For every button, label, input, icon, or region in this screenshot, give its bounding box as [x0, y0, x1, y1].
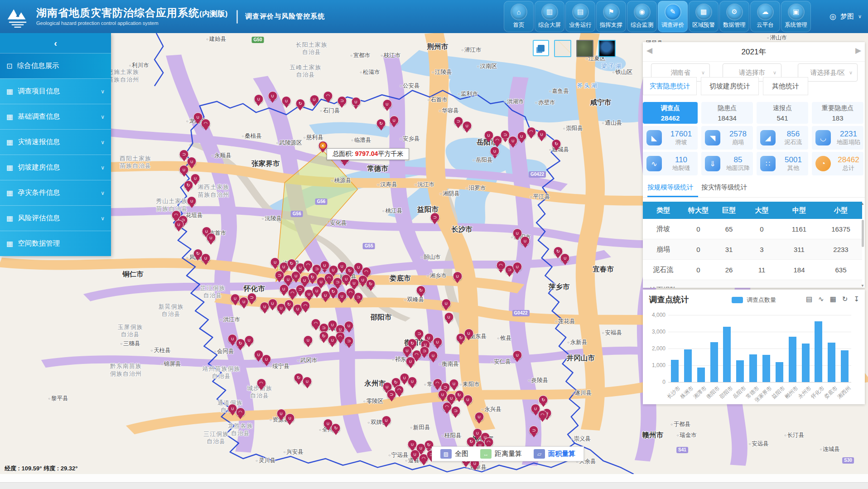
- type-card-地面沉降[interactable]: ⇓85地面沉降: [701, 152, 753, 175]
- hazard-marker[interactable]: ∪: [193, 112, 203, 122]
- hazard-marker[interactable]: ∪: [276, 409, 286, 418]
- hazard-marker[interactable]: ∪: [304, 335, 313, 345]
- tab-切坡建房统计[interactable]: 切坡建房统计: [701, 77, 759, 95]
- sidebar-item-基础调查信息[interactable]: ▦基础调查信息∨: [0, 104, 111, 129]
- hazard-marker[interactable]: ∪: [508, 136, 518, 145]
- hazard-marker[interactable]: ↻: [467, 437, 476, 446]
- year-prev-icon[interactable]: ◀: [646, 46, 652, 55]
- bar-娄底市[interactable]: [828, 343, 835, 382]
- hazard-marker[interactable]: ∪: [268, 91, 277, 101]
- tab-灾害隐患统计[interactable]: 灾害隐患统计: [643, 77, 697, 95]
- hazard-marker[interactable]: ∪: [429, 351, 438, 360]
- download-icon[interactable]: ↧: [854, 295, 859, 303]
- hazard-marker[interactable]: ↻: [287, 259, 296, 268]
- globe-basemap-thumbnail[interactable]: [598, 40, 616, 57]
- chevron-down-icon[interactable]: ∨: [101, 190, 105, 196]
- hazard-marker[interactable]: ∪: [282, 96, 291, 106]
- hazard-marker[interactable]: ∪: [531, 404, 540, 413]
- hazard-marker[interactable]: ⊃: [430, 213, 439, 222]
- bar-长沙市[interactable]: [671, 360, 679, 382]
- hazard-marker[interactable]: ◠: [526, 127, 536, 136]
- hazard-marker[interactable]: ∪: [382, 99, 392, 109]
- table-row[interactable]: 地面塌陷07593051752: [643, 280, 862, 288]
- summary-card-速报点[interactable]: 速报点541: [757, 102, 808, 124]
- hazard-marker[interactable]: ∪: [349, 278, 359, 288]
- nav-item-调查评价[interactable]: ✎调查评价: [658, 1, 688, 32]
- table-row[interactable]: 滑坡0650116116375: [643, 219, 862, 239]
- hazard-marker[interactable]: ∪: [262, 354, 271, 364]
- hazard-marker[interactable]: ∪: [453, 271, 462, 281]
- hazard-marker[interactable]: ∪: [344, 321, 354, 330]
- hazard-marker[interactable]: ↻: [236, 339, 245, 348]
- hazard-marker[interactable]: ∪: [512, 262, 522, 271]
- hazard-marker[interactable]: ⊃: [451, 406, 460, 416]
- hazard-marker[interactable]: ∪: [270, 257, 280, 267]
- hazard-marker[interactable]: ∪: [484, 131, 493, 140]
- hazard-marker[interactable]: ∪: [239, 297, 249, 306]
- subtab-按规模等级统计[interactable]: 按规模等级统计: [647, 183, 694, 192]
- eye-icon[interactable]: ◎: [829, 12, 836, 21]
- sidebar-item-风险评估信息[interactable]: ▦风险评估信息∨: [0, 205, 111, 231]
- hazard-marker[interactable]: ∪: [560, 253, 570, 263]
- data-view-icon[interactable]: ▤: [806, 295, 812, 303]
- bar-益阳市[interactable]: [776, 362, 783, 382]
- hazard-marker[interactable]: ◠: [484, 437, 493, 447]
- hazard-marker[interactable]: ⊃: [415, 329, 424, 339]
- hazard-marker[interactable]: ⊃: [453, 116, 463, 126]
- type-card-总计[interactable]: ◔28462总计: [812, 152, 863, 175]
- hazard-marker[interactable]: ⊃: [295, 285, 305, 294]
- hazard-marker[interactable]: ↻: [552, 139, 561, 149]
- hazard-marker[interactable]: ⊃: [275, 271, 284, 280]
- hazard-marker[interactable]: ∪: [389, 116, 399, 125]
- hazard-marker[interactable]: ◠: [301, 301, 310, 310]
- maptool-面积量算[interactable]: ▱面积量算: [534, 449, 575, 459]
- hazard-marker[interactable]: ∪: [410, 450, 420, 459]
- tab-其他统计[interactable]: 其他统计: [763, 77, 808, 95]
- type-card-崩塌[interactable]: ◥2578崩塌: [701, 126, 753, 150]
- chevron-down-icon[interactable]: ∨: [101, 88, 105, 95]
- hazard-marker[interactable]: ◠: [324, 273, 334, 283]
- hazard-marker[interactable]: ∪: [521, 236, 530, 246]
- hazard-marker[interactable]: ∪: [449, 379, 459, 388]
- hazard-marker[interactable]: ∪: [191, 174, 200, 183]
- refresh-icon[interactable]: ↻: [842, 295, 848, 303]
- hazard-marker[interactable]: ◠: [304, 260, 313, 270]
- hazard-marker[interactable]: ◠: [496, 261, 506, 270]
- hazard-marker[interactable]: ◠: [236, 407, 245, 417]
- hazard-marker[interactable]: ∪: [463, 395, 473, 404]
- bar-湘西州[interactable]: [841, 350, 849, 382]
- hazard-marker[interactable]: ⊃: [344, 336, 354, 346]
- bar-郴州市[interactable]: [789, 337, 796, 382]
- hazard-marker[interactable]: ∪: [201, 253, 211, 263]
- subtab-按灾情等级统计[interactable]: 按灾情等级统计: [701, 183, 747, 192]
- nav-item-数据管理[interactable]: ⚙数据管理: [719, 1, 749, 32]
- hazard-marker[interactable]: ∪: [351, 97, 361, 107]
- sidebar-item-空间数据管理[interactable]: ▦空间数据管理: [0, 231, 111, 256]
- hazard-marker[interactable]: ↻: [328, 287, 338, 296]
- hazard-marker[interactable]: ∪: [474, 412, 484, 421]
- year-next-icon[interactable]: ▶: [855, 46, 861, 55]
- chevron-down-icon[interactable]: ∨: [101, 114, 105, 120]
- bar-chart-icon[interactable]: ▦: [830, 295, 836, 303]
- hazard-marker[interactable]: ∪: [381, 416, 391, 425]
- summary-card-重要隐患点[interactable]: 重要隐患点183: [812, 102, 863, 124]
- maptool-全图[interactable]: ▨全图: [440, 449, 468, 459]
- hazard-marker[interactable]: ∪: [309, 95, 319, 104]
- hazard-marker[interactable]: ∪: [517, 131, 526, 141]
- hazard-marker[interactable]: ∪: [179, 165, 189, 174]
- bar-湘潭市[interactable]: [697, 368, 705, 382]
- hazard-marker[interactable]: ↻: [294, 373, 304, 382]
- hazard-marker[interactable]: ∪: [441, 299, 451, 308]
- hazard-marker[interactable]: ∪: [537, 130, 546, 139]
- hazard-marker[interactable]: ◠: [201, 119, 211, 128]
- type-card-其他[interactable]: ∷5001其他: [757, 152, 808, 175]
- hazard-marker[interactable]: ∪: [231, 294, 240, 303]
- nav-item-业务运行[interactable]: ▤业务运行: [565, 1, 595, 32]
- type-card-滑坡[interactable]: ◣17601滑坡: [643, 126, 698, 150]
- type-card-地面塌陷[interactable]: ◡2231地面塌陷: [812, 126, 863, 150]
- hazard-marker[interactable]: ◠: [538, 410, 547, 420]
- sidebar-item-调查项目信息[interactable]: ▦调查项目信息∨: [0, 78, 111, 104]
- hazard-marker[interactable]: ◠: [442, 402, 452, 412]
- hazard-marker[interactable]: ↻: [331, 423, 341, 433]
- sidebar-item-综合信息展示[interactable]: ⊡综合信息展示: [0, 53, 111, 78]
